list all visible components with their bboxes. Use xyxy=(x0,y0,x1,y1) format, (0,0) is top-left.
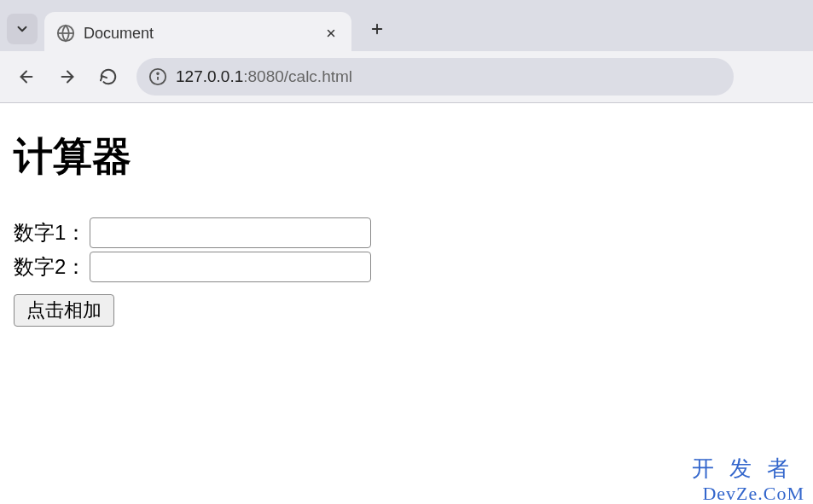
add-button[interactable]: 点击相加 xyxy=(14,294,114,327)
svg-point-10 xyxy=(157,72,159,74)
browser-tab[interactable]: Document xyxy=(44,12,351,55)
globe-icon xyxy=(56,24,75,43)
tab-close-button[interactable] xyxy=(322,25,340,42)
nav-bar: 127.0.0.1:8080/calc.html xyxy=(0,51,813,102)
url-path: :8080/calc.html xyxy=(243,67,352,85)
page-content: 计算器 数字1： 数字2： 点击相加 开发者 DevZe.CoM xyxy=(0,103,813,504)
input-number-1[interactable] xyxy=(90,217,371,248)
watermark-line-2: DevZe.CoM xyxy=(692,483,804,504)
input-number-2[interactable] xyxy=(90,252,371,282)
page-title: 计算器 xyxy=(14,130,799,183)
close-icon xyxy=(325,27,337,39)
tab-bar: Document xyxy=(0,0,813,51)
address-bar[interactable]: 127.0.0.1:8080/calc.html xyxy=(136,58,734,96)
tab-title: Document xyxy=(84,25,314,43)
url-text: 127.0.0.1:8080/calc.html xyxy=(176,67,352,86)
search-tabs-button[interactable] xyxy=(7,14,38,44)
info-icon[interactable] xyxy=(148,67,167,86)
url-host: 127.0.0.1 xyxy=(176,67,243,85)
arrow-right-icon xyxy=(58,67,77,86)
form-row-2: 数字2： xyxy=(14,252,799,282)
chevron-down-icon xyxy=(15,21,30,37)
browser-chrome: Document xyxy=(0,0,813,103)
watermark-line-1: 开发者 xyxy=(692,455,804,482)
reload-button[interactable] xyxy=(90,59,126,95)
back-button[interactable] xyxy=(9,59,44,95)
label-number-2: 数字2： xyxy=(14,253,86,281)
reload-icon xyxy=(99,67,118,86)
label-number-1: 数字1： xyxy=(14,219,86,246)
watermark: 开发者 DevZe.CoM xyxy=(692,455,804,504)
arrow-left-icon xyxy=(17,67,36,86)
new-tab-button[interactable] xyxy=(362,14,392,44)
forward-button[interactable] xyxy=(49,59,85,95)
form-row-1: 数字1： xyxy=(14,217,799,248)
plus-icon xyxy=(369,21,385,37)
